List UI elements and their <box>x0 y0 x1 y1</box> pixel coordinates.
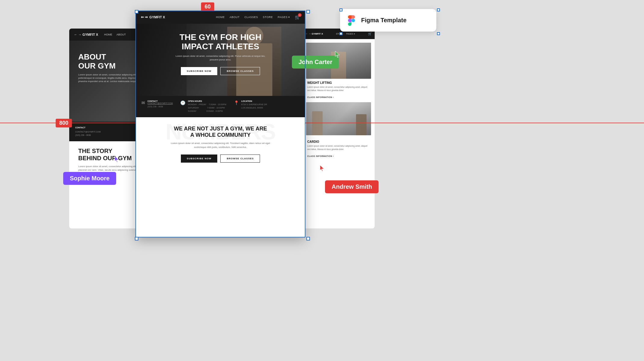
right-section-2-title: CARDIO <box>307 140 370 143</box>
community-browse-button[interactable]: BROWSE CLASSES <box>220 154 260 163</box>
nav-pages[interactable]: PAGES ▾ <box>278 16 290 19</box>
nav-store[interactable]: STORE <box>263 16 273 19</box>
location-label: LOCATION <box>241 100 267 102</box>
right-section-1-link[interactable]: CLASS INFORMATION › <box>307 96 334 98</box>
left-card-nav-items: HOME ABOUT <box>104 33 126 36</box>
cart-icon[interactable]: 🛒 1 <box>295 15 300 20</box>
figma-template-title: Figma Template <box>361 17 407 24</box>
main-info-bar: ✉ CONTACT CONTACT@GYMFIT.COM (323) 238 -… <box>135 96 305 117</box>
nav-home[interactable]: HOME <box>216 16 225 19</box>
figma-handle-br[interactable] <box>437 32 440 35</box>
andrew-smith-badge: Andrew Smith <box>325 180 379 193</box>
browse-classes-button[interactable]: BROWSE CLASSES <box>220 67 260 75</box>
right-cart-icon: 🛒 <box>368 32 372 35</box>
john-carter-badge: John Carter <box>292 56 339 69</box>
right-card-logo: ← → GYMFIT X <box>305 32 323 35</box>
right-section-1-title: WEIGHT LIFTING <box>307 81 370 84</box>
sophie-moore-badge: Sophie Moore <box>63 172 116 185</box>
community-title: WE ARE NOT JUST A GYM, WE AREA WHOLE COM… <box>143 126 298 139</box>
guide-label-60: 60 <box>201 2 214 11</box>
hours-info: 🕐 OPEN HOURS MONDAY - FRIDAY 7:00AM - 10… <box>180 100 226 113</box>
svg-marker-0 <box>335 51 339 58</box>
guide-line-horizontal <box>0 123 644 123</box>
figma-handle-bl[interactable] <box>339 32 342 35</box>
hours-label: OPEN HOURS <box>188 100 226 102</box>
svg-marker-2 <box>320 165 324 171</box>
main-navbar: ⇐ ⇒ GYMFIT X HOME ABOUT CLASSES STORE PA… <box>135 11 305 24</box>
location-address: 6734 S SHERBOURNE DRLOS ANGELES, 90056 <box>241 103 267 109</box>
community-subscribe-button[interactable]: SUBSCRIBE NOW <box>181 154 218 163</box>
left-nav-about: ABOUT <box>116 33 126 36</box>
clock-icon: 🕐 <box>180 100 185 105</box>
main-hero-buttons: SUBSCRIBE NOW BROWSE CLASSES <box>144 67 296 75</box>
right-card-nav-items: STORE PAGES ▾ <box>336 33 355 35</box>
main-hero-content: THE GYM FOR HIGH IMPACT ATHLETES Lorem i… <box>135 24 305 81</box>
location-icon: 📍 <box>234 100 239 105</box>
nav-about[interactable]: ABOUT <box>230 16 240 19</box>
logo-arrows-icon: ⇐ ⇒ <box>141 15 148 19</box>
main-center-card: ⇐ ⇒ GYMFIT X HOME ABOUT CLASSES STORE PA… <box>135 11 305 237</box>
community-section: NUMBERS WE ARE NOT JUST A GYM, WE AREA W… <box>135 117 305 169</box>
main-hero-description: Lorem ipsum dolor sit amet, consectetur … <box>175 54 266 62</box>
contact-email[interactable]: CONTACT@GYMFIT.COM <box>147 102 173 104</box>
contact-info: ✉ CONTACT CONTACT@GYMFIT.COM (323) 238 -… <box>141 100 173 108</box>
right-section-1-text: Lorem ipsum dolor sit amet, consectetur … <box>307 86 370 92</box>
community-text: Lorem ipsum dolor sit amet, consectetur … <box>169 142 272 149</box>
hours-detail: MONDAY - FRIDAY 7:00AM - 10:00PM SATURDA… <box>188 103 226 113</box>
main-nav-items: HOME ABOUT CLASSES STORE PAGES ▾ 🛒 1 <box>216 15 300 20</box>
right-nav-pages: PAGES ▾ <box>346 33 355 35</box>
right-section-2-text: Lorem ipsum dolor sit amet, consectetur … <box>307 145 370 151</box>
selection-handle-tl[interactable] <box>135 10 138 14</box>
subscribe-now-button[interactable]: SUBSCRIBE NOW <box>181 67 218 75</box>
cart-badge: 1 <box>298 13 302 17</box>
guide-label-800: 800 <box>56 119 72 127</box>
main-nav-logo: ⇐ ⇒ GYMFIT X <box>141 15 165 19</box>
contact-phone: (323) 238 - 0638 <box>147 105 173 108</box>
selection-handle-br[interactable] <box>306 237 310 240</box>
right-section-1: WEIGHT LIFTING Lorem ipsum dolor sit ame… <box>306 79 371 99</box>
logo-text: GYMFIT X <box>149 15 165 19</box>
selection-handle-bl[interactable] <box>135 237 138 240</box>
figma-logo-icon <box>346 15 357 26</box>
right-img-2 <box>306 102 371 135</box>
selection-handle-tr[interactable] <box>306 10 310 14</box>
svg-marker-1 <box>115 156 119 162</box>
left-nav-home: HOME <box>104 33 112 36</box>
location-info: 📍 LOCATION 6734 S SHERBOURNE DRLOS ANGEL… <box>234 100 267 109</box>
main-hero-section: THE GYM FOR HIGH IMPACT ATHLETES Lorem i… <box>135 24 305 96</box>
right-section-2-link[interactable]: CLASS INFORMATION › <box>307 155 334 157</box>
figma-handle-tl[interactable] <box>339 8 342 11</box>
community-buttons: SUBSCRIBE NOW BROWSE CLASSES <box>143 154 298 163</box>
right-section-2: CARDIO Lorem ipsum dolor sit amet, conse… <box>306 138 371 158</box>
figma-template-card: Figma Template <box>340 9 436 32</box>
main-hero-title: THE GYM FOR HIGH IMPACT ATHLETES <box>163 33 278 51</box>
nav-classes[interactable]: CLASSES <box>244 16 258 19</box>
envelope-icon: ✉ <box>141 100 145 105</box>
figma-handle-tr[interactable] <box>437 8 440 11</box>
contact-label: CONTACT <box>147 100 173 102</box>
left-card-logo: ← → GYMFIT X <box>74 33 98 36</box>
